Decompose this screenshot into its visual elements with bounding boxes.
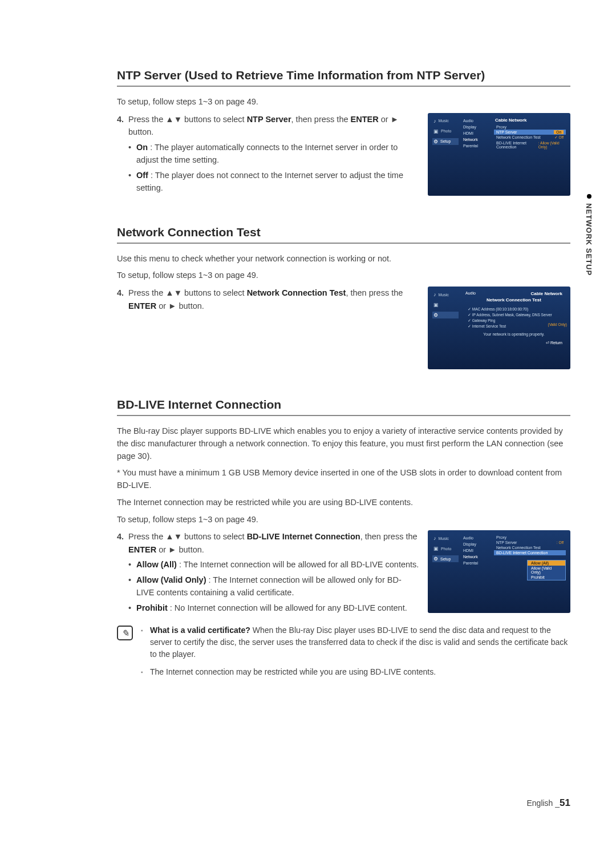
photo-icon: ▣ [433, 302, 439, 308]
music-icon: ♪ [433, 292, 436, 297]
ss-mid-display: Display [462, 124, 491, 130]
section-bdlive: BD-LIVE Internet Connection The Blu-ray … [117, 398, 570, 684]
section-title: BD-LIVE Internet Connection [117, 398, 570, 416]
ss-test-status: Your network is operating properly. [468, 330, 560, 336]
ss-mid-hdmi: HDMI [462, 547, 491, 554]
ss-mid-audio: Audio [462, 118, 491, 124]
ss-nav-photo: ▣ [432, 301, 459, 308]
screenshot-bdlive: ♪Music ▣Photo ⚙Setup Audio Display HDMI … [428, 530, 570, 613]
photo-icon: ▣ [433, 546, 439, 551]
gear-icon: ⚙ [433, 139, 438, 144]
photo-icon: ▣ [433, 128, 439, 134]
bullet-icon [587, 194, 591, 199]
note-item: What is a valid certificate? When the Bl… [141, 624, 570, 660]
ss-nav-setup: ⚙ [432, 312, 459, 318]
note-block: ✎ What is a valid certificate? When the … [117, 624, 570, 684]
bullet-off: Off : The player does not connect to the… [128, 169, 419, 195]
side-tab-label: NETWORK SETUP [585, 203, 593, 276]
page-footer: English _51 [526, 797, 570, 809]
ss-nav-photo: ▣Photo [432, 128, 459, 135]
screenshot-nct: ♪Music ▣ ⚙ Audio Cable Network Network C… [428, 287, 570, 369]
note-icon: ✎ [117, 626, 133, 640]
body-text: The Internet connection may be restricte… [117, 497, 570, 509]
bullet-on: On : The player automatically connects t… [128, 141, 419, 167]
ss-right-title: Cable Network [494, 118, 566, 123]
ss-return: ⏎ Return [462, 340, 566, 346]
ss-mid-network: Network [462, 554, 491, 560]
ss-side-flag: (Valid Only) [548, 322, 567, 326]
step-item: 4. Press the ▲▼ buttons to select NTP Se… [117, 113, 419, 139]
ss-nav-music: ♪Music [432, 291, 459, 298]
intro-text: To setup, follow steps 1~3 on page 49. [117, 269, 570, 282]
footer-lang: English _ [526, 798, 560, 808]
ss-test-line: ✓ IP Address, Subnet Mask, Gateway, DNS … [468, 313, 560, 317]
intro-text: To setup, follow steps 1~3 on page 49. [117, 514, 570, 526]
body-text: * You must have a minimum 1 GB USB Memor… [117, 467, 570, 492]
ss-test-line: ✓ Internet Service Test [468, 324, 560, 329]
dd-allow-valid: Allow (Valid Only) [528, 566, 565, 575]
intro-text: Use this menu to check whether your netw… [117, 253, 570, 265]
ss-test-title: Network Connection Test [462, 296, 566, 304]
step-item: 4. Press the ▲▼ buttons to select BD-LIV… [117, 530, 419, 556]
section-title: Network Connection Test [117, 225, 570, 244]
music-icon: ♪ [433, 535, 436, 541]
dd-allow-all: Allow (All) [528, 560, 565, 566]
section-nct: Network Connection Test Use this menu to… [117, 225, 570, 370]
intro-text: To setup, follow steps 1~3 on page 49. [117, 96, 570, 108]
screenshot-ntp: ♪Music ▣Photo ⚙Setup Audio Display HDMI … [428, 113, 570, 196]
ss-mid-hdmi: HDMI [462, 130, 491, 136]
dd-prohibit: Prohibit [528, 575, 565, 580]
ss-mid-display: Display [462, 541, 491, 547]
ss-dropdown: Allow (All) Allow (Valid Only) Prohibit [527, 560, 566, 580]
section-ntp-server: NTP Server (Used to Retrieve Time Inform… [117, 68, 570, 197]
ss-item-bdlive: BD-LIVE Internet Connection: Allow (Vali… [494, 140, 566, 150]
ss-mid-parental: Parental [462, 560, 491, 566]
ss-item-proxy: Proxy [494, 124, 566, 130]
ss-right-title: Cable Network [530, 291, 562, 296]
bullet-allow-valid: Allow (Valid Only) : The Internet connec… [128, 574, 419, 599]
page-number: 51 [560, 797, 570, 808]
bullet-prohibit: Prohibit : No Internet connection will b… [128, 602, 419, 614]
ss-item-proxy: Proxy [494, 535, 566, 540]
step-item: 4. Press the ▲▼ buttons to select Networ… [117, 287, 419, 312]
ss-test-line: ✓ MAC Address (00:10:18:00:00:70) [468, 307, 560, 312]
ss-item-nct: Network Connection Test [494, 545, 566, 550]
ss-nav-music: ♪Music [432, 535, 459, 542]
ss-mid-audio: Audio [462, 535, 491, 541]
note-item: The Internet connection may be restricte… [141, 666, 570, 678]
ss-nav-photo: ▣Photo [432, 545, 459, 552]
ss-item-nct: Network Connection Test✓ Off [494, 135, 566, 140]
gear-icon: ⚙ [433, 312, 438, 318]
ss-item-bdlive: BD-LIVE Internet Connection [494, 550, 566, 555]
ss-item-ntp: NTP ServerOn [494, 130, 566, 135]
ss-nav-setup: ⚙Setup [432, 138, 459, 145]
bullet-allow-all: Allow (All) : The Internet connection wi… [128, 558, 419, 571]
ss-item-ntp: NTP Server: Off [494, 540, 566, 545]
ss-test-line: ✓ Gateway Ping [468, 318, 560, 323]
ss-nav-setup: ⚙Setup [432, 555, 459, 562]
gear-icon: ⚙ [433, 556, 438, 562]
ss-audio-label: Audio [465, 291, 476, 296]
ss-mid-parental: Parental [462, 143, 491, 149]
ss-nav-music: ♪Music [432, 118, 459, 124]
body-text: The Blu-ray Disc player supports BD-LIVE… [117, 425, 570, 462]
ss-mid-network: Network [462, 136, 491, 143]
side-tab: NETWORK SETUP [585, 194, 593, 276]
section-title: NTP Server (Used to Retrieve Time Inform… [117, 68, 570, 87]
music-icon: ♪ [433, 118, 436, 124]
